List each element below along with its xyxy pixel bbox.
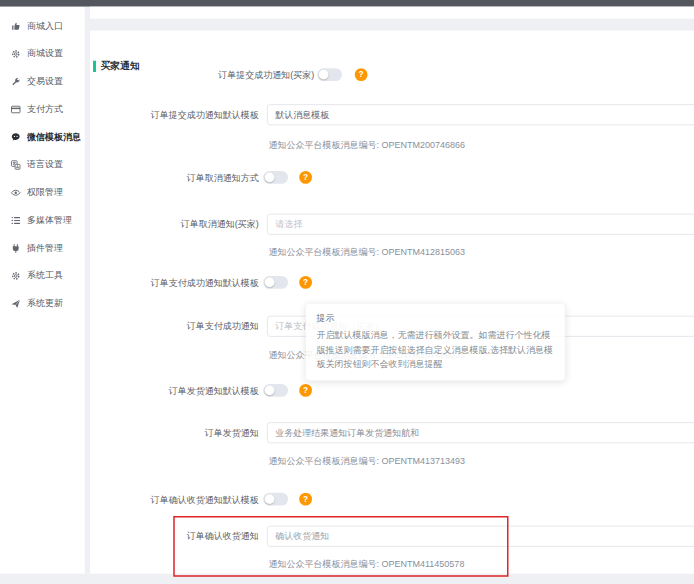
field-label-order-confirm-receipt-default-template: 订单确认收货通知默认模板: [120, 494, 259, 505]
section-accent-bar: [93, 61, 96, 72]
order-cancel-notice-input[interactable]: [267, 214, 694, 235]
content-top-gap: [90, 19, 694, 31]
sidebar-item-label: 系统更新: [27, 297, 63, 310]
field-label-order-submit-success-notice: 订单提交成功通知(买家): [218, 70, 314, 81]
order-cancel-method-toggle[interactable]: [263, 171, 288, 184]
help-question-icon[interactable]: ?: [299, 276, 312, 289]
field-label-order-cancel-notice-method: 订单取消通知方式: [120, 173, 259, 184]
template-id-helper: 通知公众平台模板消息编号: OPENTM411450578: [269, 558, 465, 571]
sidebar-item-plugin-management[interactable]: 插件管理: [0, 234, 85, 262]
wrench-icon: [10, 76, 21, 87]
thumb-up-icon: [10, 20, 21, 31]
toggle-knob: [265, 386, 275, 396]
template-id-helper: 通知公众平台模板消息编号: OPENTM413713493: [269, 455, 466, 468]
sidebar-item-label: 多媒体管理: [27, 214, 72, 227]
sidebar-item-label: 权限管理: [27, 186, 63, 199]
paper-plane-icon: [10, 298, 21, 309]
help-question-icon[interactable]: ?: [355, 68, 368, 81]
wechat-bubble-icon: [10, 131, 21, 142]
order-submit-template-input[interactable]: [267, 104, 694, 125]
page-bottom-strip: [0, 574, 694, 584]
help-question-icon[interactable]: ?: [299, 384, 312, 397]
sidebar-item-label: 交易设置: [27, 75, 63, 88]
template-id-helper: 通知公众平台模板消息编号: OPENTM412815063: [269, 246, 466, 259]
toggle-knob: [265, 494, 275, 504]
sidebar-item-language-settings[interactable]: 语言设置: [0, 151, 85, 179]
plug-icon: [10, 242, 21, 253]
sidebar-item-system-update[interactable]: 系统更新: [0, 290, 85, 318]
sidebar-item-media-management[interactable]: 多媒体管理: [0, 206, 85, 234]
sidebar-item-permission-management[interactable]: 权限管理: [0, 179, 85, 207]
order-confirm-receipt-notice-input[interactable]: [267, 526, 694, 547]
sidebar-item-label: 插件管理: [27, 242, 63, 255]
content-top-strip: [90, 7, 694, 19]
hint-tooltip: 提示 开启默认模版消息，无需进行额外设置。如需进行个性化模版推送则需要开启按钮选…: [305, 303, 565, 381]
gear-icon: [10, 48, 21, 59]
field-label-order-confirm-receipt-notice: 订单确认收货通知: [120, 531, 259, 542]
sidebar: 商城入口 商城设置 交易设置 支付方式: [0, 7, 85, 574]
content-area: 买家通知 订单提交成功通知(买家) ? 订单提交成功通知默认模板 通知公众平台模…: [90, 7, 694, 584]
sidebar-item-label: 系统工具: [27, 269, 63, 282]
tooltip-title: 提示: [317, 312, 555, 325]
field-label-order-pay-notice: 订单支付成功通知: [120, 321, 259, 332]
eye-icon: [10, 187, 21, 198]
order-ship-default-toggle[interactable]: [263, 384, 288, 397]
sidebar-item-label: 语言设置: [27, 158, 63, 171]
sidebar-item-label: 支付方式: [27, 103, 63, 116]
list-icon: [10, 215, 21, 226]
settings-panel: 买家通知 订单提交成功通知(买家) ? 订单提交成功通知默认模板 通知公众平台模…: [90, 31, 694, 574]
credit-card-icon: [10, 104, 21, 115]
help-question-icon[interactable]: ?: [299, 171, 312, 184]
sidebar-menu: 商城入口 商城设置 交易设置 支付方式: [0, 7, 85, 318]
template-id-helper: 通知公众平台模板消息编号: OPENTM200746866: [269, 139, 466, 152]
section-title: 买家通知: [101, 59, 140, 73]
sidebar-item-payment-methods[interactable]: 支付方式: [0, 95, 85, 123]
sidebar-item-label: 商城设置: [27, 47, 63, 60]
toggle-knob: [319, 70, 329, 80]
sidebar-item-system-tools[interactable]: 系统工具: [0, 262, 85, 290]
help-question-icon[interactable]: ?: [299, 493, 312, 506]
translate-icon: [10, 159, 21, 170]
sidebar-item-trade-settings[interactable]: 交易设置: [0, 68, 85, 96]
field-label-order-ship-notice: 订单发货通知: [120, 428, 259, 439]
tooltip-body: 开启默认模版消息，无需进行额外设置。如需进行个性化模版推送则需要开启按钮选择自定…: [317, 329, 555, 372]
order-submit-success-toggle[interactable]: [317, 68, 342, 81]
order-pay-default-toggle[interactable]: [263, 276, 288, 289]
sidebar-item-mall-entry[interactable]: 商城入口: [0, 12, 85, 40]
sidebar-item-mall-settings[interactable]: 商城设置: [0, 40, 85, 68]
toggle-knob: [265, 173, 275, 183]
gear-icon: [10, 270, 21, 281]
field-label-order-cancel-notice: 订单取消通知(买家): [120, 219, 259, 230]
field-label-order-pay-default-template: 订单支付成功通知默认模板: [120, 278, 259, 289]
sidebar-item-label: 商城入口: [27, 20, 63, 33]
top-dark-bar: [0, 0, 694, 7]
order-confirm-receipt-default-toggle[interactable]: [263, 493, 288, 506]
toggle-knob: [265, 278, 275, 288]
order-ship-notice-input[interactable]: [267, 422, 694, 443]
sidebar-item-label: 微信模板消息: [27, 131, 81, 144]
field-label-order-submit-default-template: 订单提交成功通知默认模板: [120, 110, 259, 121]
screen: 商城入口 商城设置 交易设置 支付方式: [0, 0, 694, 584]
field-label-order-ship-default-template: 订单发货通知默认模板: [120, 386, 259, 397]
sidebar-item-wechat-template-message[interactable]: 微信模板消息: [0, 123, 85, 151]
